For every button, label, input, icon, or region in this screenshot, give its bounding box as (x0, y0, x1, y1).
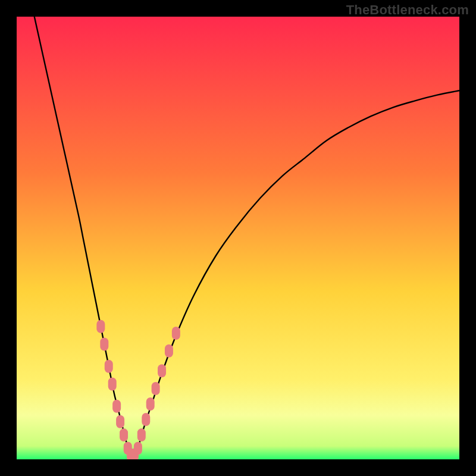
highlight-marker (105, 360, 113, 373)
highlight-marker (108, 378, 117, 391)
highlight-marker (146, 397, 155, 411)
highlight-marker (100, 338, 108, 351)
highlight-marker (137, 428, 146, 441)
highlight-marker (165, 345, 173, 358)
highlight-marker (152, 382, 160, 395)
highlight-marker (112, 400, 121, 413)
highlight-marker (142, 413, 150, 426)
highlight-marker (158, 364, 166, 377)
highlight-marker (172, 327, 180, 340)
highlight-marker (96, 320, 105, 333)
watermark-text: TheBottleneck.com (346, 2, 469, 18)
highlight-marker (120, 428, 128, 441)
highlight-marker (134, 441, 142, 455)
chart-frame (17, 17, 459, 459)
highlight-marker (116, 415, 124, 428)
bottleneck-chart (17, 17, 459, 459)
